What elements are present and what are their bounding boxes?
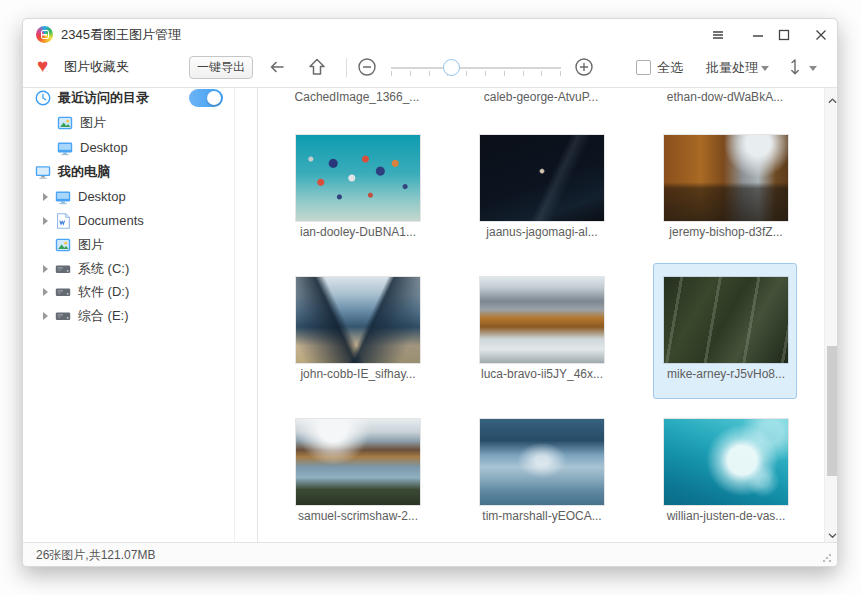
favorites-label: 图片收藏夹 — [64, 49, 129, 85]
sidebar-item-label: 我的电脑 — [58, 160, 110, 184]
sidebar-item-recent-dirs[interactable]: 最近访问的目录 — [23, 86, 233, 110]
sidebar-item-drive-d[interactable]: 软件 (D:) — [23, 280, 233, 304]
grid-item-selected[interactable]: mike-arney-rJ5vHo8... — [653, 263, 797, 399]
resize-grip[interactable] — [822, 553, 832, 563]
status-bar: 26张图片,共121.07MB — [23, 542, 837, 567]
thumbnail-image[interactable] — [480, 135, 604, 221]
sidebar-item-recent-pictures[interactable]: 图片 — [23, 111, 233, 135]
sidebar-divider — [257, 88, 258, 542]
thumbnail-image[interactable] — [296, 419, 420, 505]
sidebar-item-drive-c[interactable]: 系统 (C:) — [23, 257, 233, 281]
clock-icon — [34, 89, 52, 107]
batch-process-menu[interactable]: 批量处理 — [706, 49, 758, 86]
expand-caret-icon[interactable] — [43, 193, 48, 201]
select-all-checkbox[interactable] — [636, 60, 651, 75]
thumbnail-filename: samuel-scrimshaw-2... — [291, 509, 425, 523]
thumbnail-image[interactable] — [664, 135, 788, 221]
expand-caret-icon[interactable] — [43, 217, 48, 225]
toolbar-divider — [346, 58, 347, 77]
recent-dirs-toggle[interactable] — [189, 89, 223, 107]
zoom-out-icon[interactable] — [357, 57, 377, 77]
thumbnail-filename[interactable]: CachedImage_1366_... — [285, 90, 429, 104]
sidebar-item-label: Desktop — [78, 185, 126, 209]
scrollbar-thumb[interactable] — [827, 346, 838, 476]
grid-item[interactable]: tim-marshall-yEOCA... — [469, 405, 613, 541]
sidebar-item-label: 系统 (C:) — [78, 257, 129, 281]
desktop-icon — [56, 139, 74, 157]
export-button[interactable]: 一键导出 — [189, 56, 253, 79]
thumbnail-filename: jaanus-jagomagi-al... — [475, 225, 609, 239]
drive-icon — [54, 260, 72, 278]
drive-icon — [54, 283, 72, 301]
desktop-icon — [54, 188, 72, 206]
expand-caret-icon[interactable] — [43, 265, 48, 273]
zoom-slider-thumb[interactable] — [443, 59, 460, 76]
thumbnail-image[interactable] — [480, 419, 604, 505]
grid-item[interactable]: ian-dooley-DuBNA1... — [285, 121, 429, 257]
thumbnail-image[interactable] — [664, 419, 788, 505]
minimize-button[interactable] — [749, 26, 767, 44]
thumbnail-filename: luca-bravo-ii5JY_46x... — [475, 367, 609, 381]
toggle-knob — [207, 91, 221, 105]
batch-caret-icon — [761, 66, 769, 71]
sidebar-item-pictures[interactable]: 图片 — [23, 233, 233, 257]
sort-caret-icon — [809, 66, 817, 71]
thumbnail-filename: john-cobb-IE_sifhay... — [291, 367, 425, 381]
thumbnail-filename: willian-justen-de-vas... — [659, 509, 793, 523]
thumbnail-filename: mike-arney-rJ5vHo8... — [659, 367, 793, 381]
title-bar[interactable]: 2345看图王图片管理 — [23, 19, 837, 49]
menu-icon[interactable] — [709, 26, 727, 44]
thumbnail-filename[interactable]: ethan-dow-dWaBkA... — [653, 90, 797, 104]
close-button[interactable] — [812, 26, 830, 44]
grid-item[interactable]: jaanus-jagomagi-al... — [469, 121, 613, 257]
sidebar-item-label: 综合 (E:) — [78, 304, 129, 328]
scroll-up-icon[interactable] — [827, 92, 838, 103]
zoom-slider-ticks — [391, 71, 561, 76]
select-all-label[interactable]: 全选 — [657, 49, 683, 86]
picture-icon — [54, 236, 72, 254]
drive-icon — [54, 307, 72, 325]
window-title: 2345看图王图片管理 — [61, 19, 181, 50]
desktop-background: 2345看图王图片管理 ♥ 图片收藏夹 一键导出 — [0, 0, 861, 595]
document-icon — [54, 212, 72, 230]
thumbnail-image[interactable] — [296, 135, 420, 221]
grid-item[interactable]: john-cobb-IE_sifhay... — [285, 263, 429, 399]
app-window: 2345看图王图片管理 ♥ 图片收藏夹 一键导出 — [22, 18, 838, 567]
sidebar-item-documents[interactable]: Documents — [23, 209, 233, 233]
sidebar-item-desktop[interactable]: Desktop — [23, 185, 233, 209]
sidebar-item-my-computer[interactable]: 我的电脑 — [23, 160, 233, 184]
thumbnail-filename: jeremy-bishop-d3fZ... — [659, 225, 793, 239]
thumbnail-image[interactable] — [480, 277, 604, 363]
zoom-in-icon[interactable] — [574, 57, 594, 77]
grid-item[interactable]: jeremy-bishop-d3fZ... — [653, 121, 797, 257]
thumbnail-image[interactable] — [664, 277, 788, 363]
sort-icon[interactable] — [785, 57, 805, 77]
back-icon[interactable] — [267, 57, 287, 77]
thumbnail-filename[interactable]: caleb-george-AtvuP... — [469, 90, 613, 104]
scroll-down-icon[interactable] — [827, 527, 838, 538]
sidebar-item-label: Documents — [78, 209, 144, 233]
vertical-scrollbar[interactable] — [824, 88, 838, 542]
up-directory-icon[interactable] — [307, 57, 327, 77]
sidebar-item-drive-e[interactable]: 综合 (E:) — [23, 304, 233, 328]
sidebar-item-label: 软件 (D:) — [78, 280, 129, 304]
thumbnail-filename: tim-marshall-yEOCA... — [475, 509, 609, 523]
expand-caret-icon[interactable] — [43, 288, 48, 296]
sidebar-item-label: 图片 — [80, 111, 106, 135]
toolbar: ♥ 图片收藏夹 一键导出 全选 批量处理 — [23, 49, 837, 87]
zoom-slider-track[interactable] — [391, 67, 561, 69]
status-text: 26张图片,共121.07MB — [36, 543, 155, 567]
thumbnail-image[interactable] — [296, 277, 420, 363]
grid-item[interactable]: samuel-scrimshaw-2... — [285, 405, 429, 541]
sidebar-item-recent-desktop[interactable]: Desktop — [23, 136, 233, 160]
grid-item[interactable]: luca-bravo-ii5JY_46x... — [469, 263, 613, 399]
computer-icon — [34, 163, 52, 181]
sidebar-gutter-line — [234, 88, 235, 542]
expand-caret-icon[interactable] — [43, 312, 48, 320]
app-logo-icon — [36, 26, 53, 43]
heart-icon: ♥ — [37, 56, 48, 76]
thumbnail-filename: ian-dooley-DuBNA1... — [291, 225, 425, 239]
grid-item[interactable]: willian-justen-de-vas... — [653, 405, 797, 541]
maximize-button[interactable] — [775, 26, 793, 44]
sidebar-item-label: 图片 — [78, 233, 104, 257]
